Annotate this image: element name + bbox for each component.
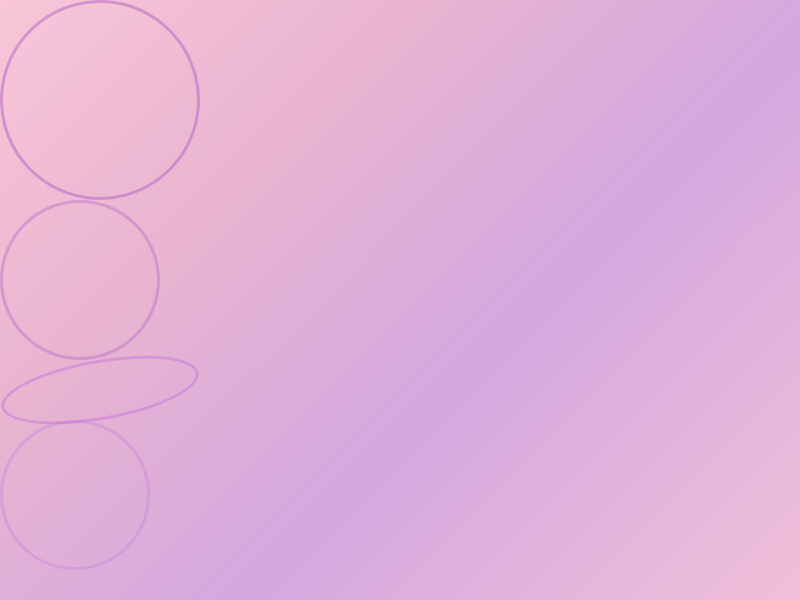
bg-decoration-3 [0,343,204,437]
bg-decoration-4 [0,420,150,570]
bg-decoration-1 [0,0,237,237]
bg-decoration-2 [0,200,160,360]
phones-container: 9:41 ▪▪▪ WiFi ▓ Last 7 days [0,570,800,600]
